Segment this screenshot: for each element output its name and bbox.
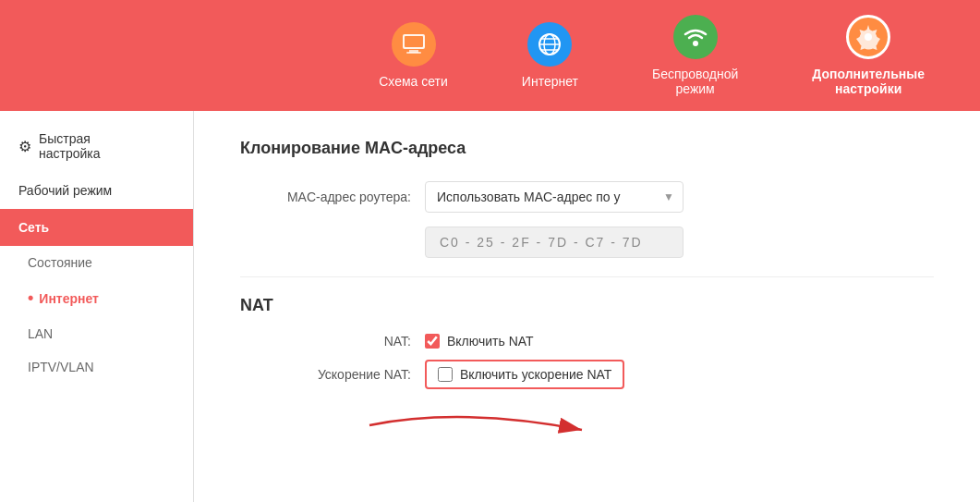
main-layout: ⚙ Быстраянастройка Рабочий режим Сеть Со… xyxy=(0,111,980,502)
monitor-icon xyxy=(392,22,436,67)
sidebar-item-network[interactable]: Сеть xyxy=(0,209,193,246)
mac-form-row: MAC-адрес роутера: Использовать MAC-адре… xyxy=(240,181,934,213)
divider xyxy=(240,276,934,277)
nat-accel-label: Ускорение NAT: xyxy=(240,367,425,382)
svg-rect-3 xyxy=(405,36,423,47)
header-nav: Схема сети Интернет xyxy=(379,15,925,96)
sidebar-label-quick-setup: Быстраянастройка xyxy=(39,131,101,161)
sidebar: ⚙ Быстраянастройка Рабочий режим Сеть Со… xyxy=(0,111,194,502)
nat-accel-row: Ускорение NAT: Включить ускорение NAT xyxy=(240,360,934,389)
svg-rect-2 xyxy=(406,52,421,54)
nav-item-settings[interactable]: Дополнительные настройки xyxy=(812,15,925,96)
nat-checkbox[interactable] xyxy=(425,334,440,349)
mac-label: MAC-адрес роутера: xyxy=(240,190,425,204)
nav-item-schema[interactable]: Схема сети xyxy=(379,22,448,89)
nat-section-title: NAT xyxy=(240,296,934,315)
nat-accel-highlighted-box: Включить ускорение NAT xyxy=(425,360,624,389)
sidebar-sub-label-iptv: IPTV/VLAN xyxy=(28,360,94,374)
sidebar-item-quick-setup[interactable]: ⚙ Быстраянастройка xyxy=(0,120,193,172)
sidebar-sub-lan[interactable]: LAN xyxy=(0,317,193,350)
nat-row: NAT: Включить NAT xyxy=(240,334,934,349)
internet-icon xyxy=(527,22,572,67)
sidebar-sub-label-lan: LAN xyxy=(28,326,53,341)
nav-item-wireless[interactable]: Беспроводной режим xyxy=(652,15,738,96)
sidebar-sub-label-status: Состояние xyxy=(28,255,92,270)
nav-item-internet[interactable]: Интернет xyxy=(522,22,578,89)
gear-icon: ⚙ xyxy=(18,138,31,155)
sidebar-label-network: Сеть xyxy=(18,220,49,235)
svg-point-9 xyxy=(693,41,698,46)
nat-checkbox-group: Включить NAT xyxy=(425,334,534,349)
sidebar-item-work-mode[interactable]: Рабочий режим xyxy=(0,172,193,209)
sidebar-sub-status[interactable]: Состояние xyxy=(0,246,193,279)
header: Схема сети Интернет xyxy=(0,0,980,111)
mac-select-wrapper: Использовать MAC-адрес по у ▼ xyxy=(425,181,684,213)
nav-label-settings: Дополнительные настройки xyxy=(812,67,925,96)
mac-section-title: Клонирование MAC-адреса xyxy=(240,139,934,158)
settings-icon xyxy=(846,15,890,59)
wireless-icon xyxy=(673,15,718,59)
nav-label-wireless: Беспроводной режим xyxy=(652,67,738,96)
nav-label-schema: Схема сети xyxy=(379,74,448,89)
nat-label: NAT: xyxy=(240,334,425,349)
nat-checkbox-label: Включить NAT xyxy=(447,334,534,349)
nav-label-internet: Интернет xyxy=(522,74,578,89)
nat-accel-checkbox[interactable] xyxy=(438,367,453,382)
sidebar-sub-iptv[interactable]: IPTV/VLAN xyxy=(0,350,193,384)
mac-display: C0 - 25 - 2F - 7D - C7 - 7D xyxy=(425,227,684,258)
main-content: Клонирование MAC-адреса MAC-адрес роутер… xyxy=(194,111,980,502)
nat-accel-checkbox-label: Включить ускорение NAT xyxy=(460,367,611,382)
mac-select[interactable]: Использовать MAC-адрес по у xyxy=(425,181,684,213)
sidebar-label-work-mode: Рабочий режим xyxy=(18,183,112,198)
sidebar-sub-label-internet: Интернет xyxy=(39,291,99,306)
sidebar-sub-internet[interactable]: Интернет xyxy=(0,279,193,317)
